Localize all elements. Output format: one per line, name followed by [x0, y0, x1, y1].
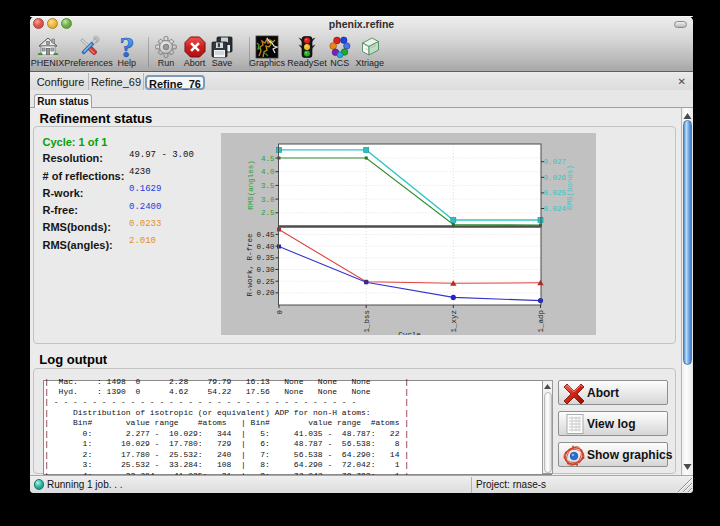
- svg-text:0.45: 0.45: [256, 231, 275, 239]
- svg-text:0.35: 0.35: [256, 254, 275, 262]
- svg-text:R-work, R-free: R-work, R-free: [246, 233, 254, 296]
- svg-text:0.30: 0.30: [256, 266, 275, 274]
- svg-text:?: ?: [119, 35, 134, 59]
- svg-text:1_xyz: 1_xyz: [450, 310, 458, 333]
- svg-text:0.024: 0.024: [544, 205, 567, 213]
- svg-text:1_adp: 1_adp: [537, 310, 545, 333]
- svg-text:0.027: 0.027: [544, 158, 567, 166]
- svg-text:3.5: 3.5: [261, 182, 275, 190]
- svg-text:0.025: 0.025: [544, 189, 567, 197]
- svg-text:RMS(angles): RMS(angles): [247, 160, 255, 210]
- svg-text:0.026: 0.026: [544, 174, 567, 182]
- svg-text:3.0: 3.0: [261, 196, 275, 204]
- svg-text:0.20: 0.20: [256, 289, 275, 297]
- svg-text:0: 0: [276, 310, 284, 315]
- svg-text:0.40: 0.40: [256, 243, 275, 251]
- svg-text:1_bss: 1_bss: [363, 310, 371, 333]
- svg-text:RMS(bonds): RMS(bonds): [566, 165, 574, 210]
- svg-text:4.5: 4.5: [261, 155, 275, 163]
- svg-text:0.25: 0.25: [256, 278, 275, 286]
- svg-text:4.0: 4.0: [261, 168, 275, 176]
- svg-text:Cycle: Cycle: [398, 331, 421, 335]
- svg-text:2.5: 2.5: [261, 209, 275, 217]
